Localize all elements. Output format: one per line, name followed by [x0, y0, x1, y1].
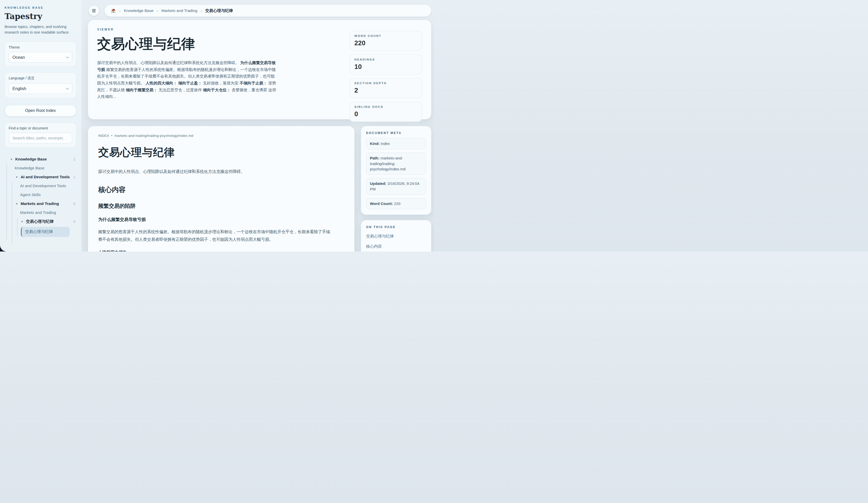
tree-toggle-row[interactable]: ▼Markets and Trading0 [4, 199, 76, 208]
open-root-index-button[interactable]: Open Root Index [4, 105, 76, 116]
tree-item-selected[interactable]: 交易心理与纪律 [21, 227, 70, 237]
language-label: Language / 语言 [9, 76, 72, 81]
on-this-page-card: ON THIS PAGE 交易心理与纪律核心内容频繁交易的陷阱 [361, 220, 431, 251]
document-tree: ▼Knowledge Base1Knowledge Base▼AI and De… [4, 154, 76, 237]
home-icon[interactable] [111, 8, 116, 13]
breadcrumb-separator: › [157, 9, 158, 13]
breadcrumb: ›Knowledge Base›Markets and Trading›交易心理… [105, 5, 431, 17]
app-title: Tapestry [4, 12, 76, 21]
meta-chip-label: Word Count: [370, 201, 393, 206]
app-root: KNOWLEDGE BASE Tapestry Browse topics, c… [0, 0, 434, 251]
tree-item-label: Knowledge Base [15, 157, 47, 161]
caret-down-icon[interactable]: ▼ [10, 158, 13, 161]
document-title: 交易心理与纪律 [98, 145, 344, 159]
meta-chip-label: Path: [370, 156, 380, 160]
summary-bold-segment: 倾向于频繁交易： [126, 88, 157, 92]
stat-card: SIBLING DOCS0 [349, 102, 422, 122]
tree-item-label: Markets and Trading [21, 201, 59, 206]
tree-item-label: Agent Skills [20, 192, 41, 197]
breadcrumb-separator: › [119, 9, 121, 13]
meta-chip-label: Kind: [370, 142, 380, 146]
breadcrumb-current: 交易心理与纪律 [205, 8, 233, 13]
language-group: Language / 语言 English [4, 72, 76, 98]
tree-item-count: 1 [73, 157, 76, 161]
app-description: Browse topics, chapters, and evolving re… [4, 24, 72, 35]
summary-bold-segment: 倾向于止盈： [178, 81, 202, 85]
tree-item-count: 0 [73, 220, 76, 223]
main-area: ›Knowledge Base›Markets and Trading›交易心理… [81, 0, 434, 251]
viewer-title: 交易心理与纪律 [97, 35, 341, 53]
index-kind-label: INDEX [98, 134, 109, 138]
right-rail: DOCUMENT META Kind: indexPath: markets-a… [361, 126, 431, 251]
sidebar: KNOWLEDGE BASE Tapestry Browse topics, c… [0, 0, 81, 251]
tree-toggle-row[interactable]: ▼AI and Development Tools1 [4, 173, 76, 181]
tree-item-label: Knowledge Base [15, 166, 44, 170]
meta-chip: Kind: index [366, 138, 426, 149]
summary-text-segment: 无法忍受空仓，过度操作 [157, 88, 203, 92]
stat-card: WORD COUNT220 [349, 31, 422, 51]
heading-why-losses: 为什么频繁交易导致亏损 [98, 217, 344, 222]
tree-item-label: AI and Development Tools [20, 184, 66, 188]
breadcrumb-link[interactable]: Knowledge Base [124, 8, 153, 13]
tree-link-row[interactable]: Markets and Trading [4, 208, 76, 217]
index-document-card: INDEX • markets-and-trading/trading-psyc… [88, 126, 354, 251]
theme-select[interactable]: Ocean [9, 52, 72, 63]
summary-text-segment: 见好就收，落袋为安 [202, 81, 240, 85]
caret-down-icon[interactable]: ▼ [16, 202, 18, 205]
tree-link-row[interactable]: Agent Skills [4, 190, 76, 199]
theme-group: Theme Ocean [4, 41, 76, 67]
stat-value: 10 [354, 63, 417, 71]
toc-link[interactable]: 核心内容 [366, 244, 426, 249]
list-intro: 人性的四大倾向： [98, 250, 344, 251]
bullet-separator: • [111, 134, 112, 138]
toc-list: 交易心理与纪律核心内容频繁交易的陷阱 [366, 234, 426, 251]
meta-chip: Word Count: 220 [366, 198, 426, 209]
stat-label: SIBLING DOCS [354, 105, 417, 108]
stat-value: 2 [354, 86, 417, 94]
tree-item-label: AI and Development Tools [21, 175, 70, 179]
lower-section: INDEX • markets-and-trading/trading-psyc… [88, 126, 431, 251]
tree-toggle-row[interactable]: ▼交易心理与纪律0 [4, 217, 76, 226]
search-group: Find a topic or document [4, 122, 76, 148]
viewer-stats: WORD COUNT220HEADINGS10SECTION DEPTH2SIB… [349, 28, 422, 112]
tree-link-row[interactable]: AI and Development Tools [4, 181, 76, 190]
topbar: ›Knowledge Base›Markets and Trading›交易心理… [89, 5, 431, 17]
summary-bold-segment: 人性的四大倾向： [145, 81, 177, 85]
tree-item-label: 交易心理与纪律 [26, 219, 54, 224]
viewer-eyebrow: VIEWER [97, 28, 341, 31]
tree-item-count: 1 [73, 175, 76, 179]
tree-item-label: Markets and Trading [20, 210, 56, 215]
document-meta-card: DOCUMENT META Kind: indexPath: markets-a… [361, 126, 431, 214]
meta-chip: Path: markets-and-trading/trading-psycho… [366, 153, 426, 175]
breadcrumb-link[interactable]: Markets and Trading [161, 8, 197, 13]
viewer-card: VIEWER 交易心理与纪律 探讨交易中的人性弱点、心理陷阱以及如何通过纪律和系… [88, 20, 431, 119]
document-paragraph: 频繁交易的危害源于人性的系统性偏差。根据塔勒布的随机漫步理论和鞅论，一个边牧在市… [98, 228, 332, 243]
caret-down-icon[interactable]: ▼ [21, 220, 23, 223]
summary-bold-segment: 倾向于大仓位： [203, 88, 231, 92]
stat-label: WORD COUNT [354, 34, 417, 38]
summary-bold-segment: 不倾向于止损： [240, 81, 267, 85]
heading-core-content: 核心内容 [98, 185, 344, 194]
stat-card: HEADINGS10 [349, 54, 422, 74]
summary-text-segment: 探讨交易中的人性弱点、心理陷阱以及如何通过纪律和系统化方法克服这些障碍。 [97, 61, 240, 65]
meta-chip-label: Updated: [370, 181, 386, 186]
search-input[interactable] [9, 133, 72, 144]
toc-link[interactable]: 交易心理与纪律 [366, 234, 426, 239]
caret-down-icon[interactable]: ▼ [16, 176, 18, 179]
viewer-summary: 探讨交易中的人性弱点、心理陷阱以及如何通过纪律和系统化方法克服这些障碍。 为什么… [97, 60, 278, 100]
heading-frequent-trading-trap: 频繁交易的陷阱 [98, 202, 344, 210]
tree-toggle-row[interactable]: ▼Knowledge Base1 [4, 155, 76, 164]
menu-button[interactable] [89, 6, 99, 16]
tree-item-count: 0 [73, 202, 76, 206]
viewer-content: VIEWER 交易心理与纪律 探讨交易中的人性弱点、心理陷阱以及如何通过纪律和系… [97, 28, 341, 112]
meta-chip: Updated: 3/16/2026, 9:24:04 PM [366, 178, 426, 195]
index-path: markets-and-trading/trading-psychology/i… [114, 134, 194, 138]
document-meta-heading: DOCUMENT META [366, 131, 426, 135]
breadcrumb-separator: › [201, 9, 202, 13]
tree-link-row[interactable]: Knowledge Base [4, 164, 76, 173]
on-this-page-heading: ON THIS PAGE [366, 225, 426, 229]
search-label: Find a topic or document [9, 126, 72, 130]
sidebar-eyebrow: KNOWLEDGE BASE [4, 6, 76, 9]
language-select[interactable]: English [9, 83, 72, 94]
document-meta-list: Kind: indexPath: markets-and-trading/tra… [366, 138, 426, 209]
